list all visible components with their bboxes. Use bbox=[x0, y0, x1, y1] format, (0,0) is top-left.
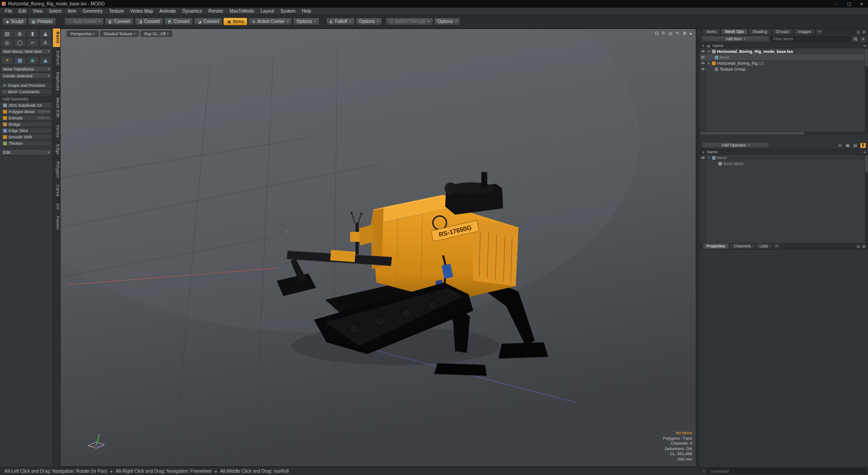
cube-primitive-icon[interactable]: ▧ bbox=[1, 29, 13, 38]
convert-edges-button[interactable]: ◨ Convert bbox=[135, 18, 164, 25]
items-mode-button[interactable]: ▣ Items bbox=[223, 18, 247, 25]
maximize-button[interactable]: ▢ bbox=[843, 0, 855, 8]
visibility-eye-icon[interactable] bbox=[700, 66, 706, 72]
tool-tab-deform[interactable]: Deform bbox=[53, 48, 60, 69]
action-center-options-button[interactable]: Options ▾ bbox=[293, 18, 320, 25]
presets-button[interactable]: ▦ Presets bbox=[28, 18, 56, 25]
menu-render[interactable]: Render bbox=[205, 8, 226, 14]
menu-maxtomodo[interactable]: MaxToModo bbox=[226, 8, 257, 14]
visibility-eye-icon[interactable] bbox=[700, 60, 706, 66]
menu-animate[interactable]: Animate bbox=[156, 8, 179, 14]
menu-texture[interactable]: Texture bbox=[106, 8, 127, 14]
cylinder-primitive-icon[interactable]: ▮ bbox=[27, 29, 39, 38]
visibility-eye-icon[interactable] bbox=[700, 54, 706, 60]
tree-row-texture-group[interactable]: Texture Group bbox=[700, 66, 868, 72]
torus-primitive-icon[interactable]: ◎ bbox=[1, 38, 13, 47]
sphere-primitive-icon[interactable]: ◍ bbox=[14, 29, 26, 38]
viewport-more-icon[interactable]: ▸ bbox=[690, 31, 692, 36]
tool-sds-subdivide[interactable]: SDS Subdivide 2X bbox=[1, 102, 52, 108]
add-column-icon[interactable]: + bbox=[702, 150, 705, 154]
menu-vertex-map[interactable]: Vertex Map bbox=[127, 8, 156, 14]
fit-view-icon[interactable]: ⊡ bbox=[655, 31, 658, 36]
ops-rows-icon[interactable]: ▤ bbox=[852, 142, 859, 148]
tab-shading[interactable]: Shading bbox=[748, 28, 771, 34]
disclosure-open-icon[interactable]: ▾ bbox=[707, 50, 711, 53]
panel-divider[interactable]: ⋮ bbox=[696, 28, 700, 467]
disclosure-closed-icon[interactable]: ▸ bbox=[707, 62, 711, 65]
pin-icon[interactable]: ⊡ bbox=[856, 244, 860, 249]
ops-row-base-mesh[interactable]: Base Mesh bbox=[700, 161, 868, 166]
menu-file[interactable]: File bbox=[2, 8, 15, 14]
capsule-primitive-icon[interactable]: ◯ bbox=[14, 38, 26, 47]
item-tree-scrollbar[interactable] bbox=[865, 48, 868, 132]
camera-view-button[interactable]: Perspective ▾ bbox=[67, 31, 99, 37]
viewport-gear-icon[interactable]: ⚙ bbox=[683, 31, 687, 36]
command-input[interactable] bbox=[708, 468, 867, 474]
tool-tab-mesh-edit[interactable]: Mesh Edit bbox=[53, 95, 60, 122]
menu-geometry[interactable]: Geometry bbox=[80, 8, 106, 14]
list-options-icon[interactable]: ≡ bbox=[863, 150, 866, 154]
tool-thicken[interactable]: Thicken bbox=[1, 140, 52, 146]
ops-grid-icon[interactable]: ▦ bbox=[844, 142, 851, 148]
pencil-icon[interactable]: ✎ bbox=[676, 31, 679, 36]
gear-icon[interactable]: ⚙ bbox=[862, 244, 866, 249]
ops-row-mesh[interactable]: ▾ Mesh bbox=[700, 155, 868, 161]
tree-row-rig[interactable]: ▸ Horizontal_Boring_Rig (3) bbox=[700, 60, 868, 66]
menu-edit[interactable]: Edit bbox=[15, 8, 29, 14]
visibility-eye-icon[interactable] bbox=[700, 155, 706, 161]
convert-materials-button[interactable]: ◪ Convert bbox=[194, 18, 223, 25]
menu-select[interactable]: Select bbox=[46, 8, 65, 14]
add-item-button[interactable]: Add Item ▾ bbox=[702, 36, 769, 42]
zoom-view-icon[interactable]: ◎ bbox=[669, 31, 673, 36]
center-selected-dropdown[interactable]: Center Selected ▾ bbox=[1, 73, 52, 79]
add-operator-button[interactable]: Add Operator ▾ bbox=[702, 142, 769, 148]
visibility-eye-icon[interactable] bbox=[700, 48, 706, 54]
item-menu-dropdown[interactable]: Item Menu: New Item ▾ bbox=[1, 48, 52, 54]
tree-row-scene[interactable]: ▾ Horizontal_Boring_Rig_modo_base.lxo bbox=[700, 48, 868, 54]
columns-icon[interactable]: ▤ bbox=[707, 44, 711, 48]
pin-icon[interactable]: ⊡ bbox=[856, 30, 860, 34]
tool-tab-polygon[interactable]: Polygon bbox=[53, 158, 60, 181]
tab-groups[interactable]: Groups bbox=[772, 28, 793, 34]
tab-lists[interactable]: Lists bbox=[755, 243, 772, 249]
add-column-icon[interactable]: + bbox=[702, 44, 705, 48]
tool-tab-uv[interactable]: UV bbox=[53, 200, 60, 214]
add-tab-button[interactable]: + bbox=[816, 28, 823, 34]
search-button[interactable] bbox=[852, 36, 859, 42]
tool-tab-basic[interactable]: Basic bbox=[53, 28, 60, 48]
paint-tool-icon[interactable]: ✶ bbox=[1, 56, 13, 65]
mesh-ops-scrollbar[interactable] bbox=[865, 155, 868, 243]
tool-tab-fusion[interactable]: Fusion bbox=[53, 213, 60, 233]
tool-extrude[interactable]: Extrude Shift+X bbox=[1, 115, 52, 121]
tool-edge-slice[interactable]: Edge Slice bbox=[1, 128, 52, 133]
filter-options-button[interactable]: ▾ bbox=[860, 36, 866, 42]
tool-tab-vertex[interactable]: Vertex bbox=[53, 122, 60, 142]
grid-tool-icon[interactable]: ▦ bbox=[14, 56, 26, 65]
menu-dynamics[interactable]: Dynamics bbox=[179, 8, 205, 14]
tab-images[interactable]: Images bbox=[794, 28, 816, 34]
cone-primitive-icon[interactable]: ▲ bbox=[39, 29, 52, 38]
tab-items[interactable]: Items bbox=[703, 28, 721, 34]
auto-select-button[interactable]: ▢ Auto Select ▾ bbox=[64, 18, 104, 25]
solo-button[interactable]: S bbox=[860, 142, 866, 148]
list-options-icon[interactable]: ≡ bbox=[863, 44, 866, 48]
viewport-3d[interactable]: RS-17650G bbox=[60, 28, 696, 467]
menu-system[interactable]: System bbox=[277, 8, 298, 14]
ops-list-icon[interactable]: ≡ bbox=[837, 142, 843, 148]
command-prompt-icon[interactable]: › bbox=[701, 469, 707, 474]
snaps-and-precision-button[interactable]: ◈ Snaps and Precision bbox=[1, 82, 52, 88]
menu-item[interactable]: Item bbox=[65, 8, 80, 14]
plane-primitive-icon[interactable]: ▱ bbox=[27, 38, 39, 47]
falloff-button[interactable]: ◐ Falloff ▾ bbox=[326, 18, 354, 25]
sculpt-button[interactable]: ◆ Sculpt bbox=[2, 18, 27, 25]
tree-row-mesh[interactable]: Mesh bbox=[700, 54, 868, 60]
filter-items-input[interactable] bbox=[771, 36, 851, 42]
convert-polygons-button[interactable]: ◩ Convert bbox=[164, 18, 193, 25]
menu-help[interactable]: Help bbox=[299, 8, 315, 14]
edit-dropdown[interactable]: Edit ▾ bbox=[1, 149, 52, 155]
add-tab-button[interactable]: + bbox=[773, 243, 780, 249]
ray-gl-button[interactable]: Ray GL: Off ▾ bbox=[141, 31, 172, 37]
rotate-view-icon[interactable]: ↻ bbox=[661, 31, 665, 36]
more-transforms-dropdown[interactable]: More Transforms ▾ bbox=[1, 66, 52, 72]
falloff-options-button[interactable]: Options ▾ bbox=[356, 18, 382, 25]
